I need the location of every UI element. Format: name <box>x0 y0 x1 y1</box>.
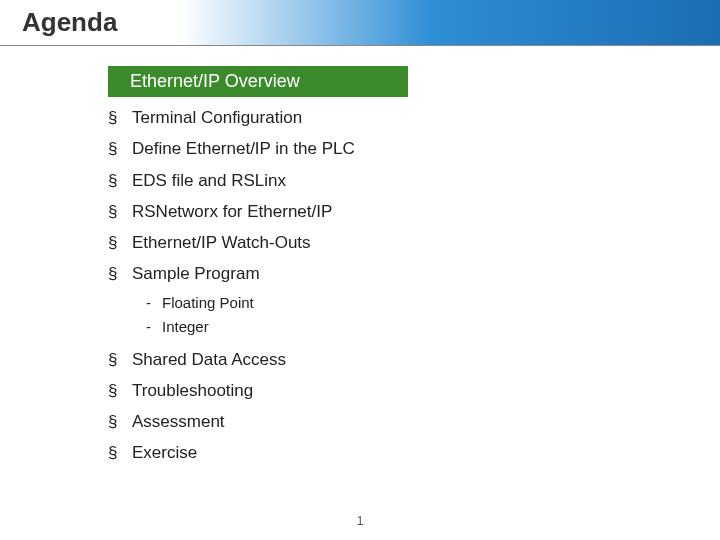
agenda-item-label: Troubleshooting <box>132 381 253 400</box>
agenda-item: Terminal Configuration <box>108 107 588 128</box>
agenda-item: Shared Data Access <box>108 349 588 370</box>
title-bar: Agenda <box>0 0 720 46</box>
agenda-item: RSNetworx for Ethernet/IP <box>108 201 588 222</box>
agenda-item-label: RSNetworx for Ethernet/IP <box>132 202 332 221</box>
highlighted-item: Ethernet/IP Overview <box>108 66 408 97</box>
agenda-item: Ethernet/IP Watch-Outs <box>108 232 588 253</box>
agenda-item-label: Ethernet/IP Watch-Outs <box>132 233 311 252</box>
agenda-item: EDS file and RSLinx <box>108 170 588 191</box>
agenda-item-label: EDS file and RSLinx <box>132 171 286 190</box>
agenda-item: Assessment <box>108 411 588 432</box>
agenda-item-label: Terminal Configuration <box>132 108 302 127</box>
agenda-content: Ethernet/IP Overview Terminal Configurat… <box>108 66 588 474</box>
agenda-item: Exercise <box>108 442 588 463</box>
agenda-item: Define Ethernet/IP in the PLC <box>108 138 588 159</box>
agenda-subitem: Integer <box>132 315 588 339</box>
slide-title: Agenda <box>22 7 117 38</box>
agenda-subitem: Floating Point <box>132 291 588 315</box>
agenda-item-label: Exercise <box>132 443 197 462</box>
page-number: 1 <box>0 514 720 528</box>
agenda-item-label: Sample Program <box>132 264 260 283</box>
agenda-item-label: Define Ethernet/IP in the PLC <box>132 139 355 158</box>
agenda-item-label: Assessment <box>132 412 225 431</box>
agenda-item: Sample Program Floating Point Integer <box>108 263 588 338</box>
agenda-item-label: Shared Data Access <box>132 350 286 369</box>
agenda-list: Terminal Configuration Define Ethernet/I… <box>108 107 588 464</box>
agenda-sublist: Floating Point Integer <box>132 291 588 339</box>
agenda-item: Troubleshooting <box>108 380 588 401</box>
